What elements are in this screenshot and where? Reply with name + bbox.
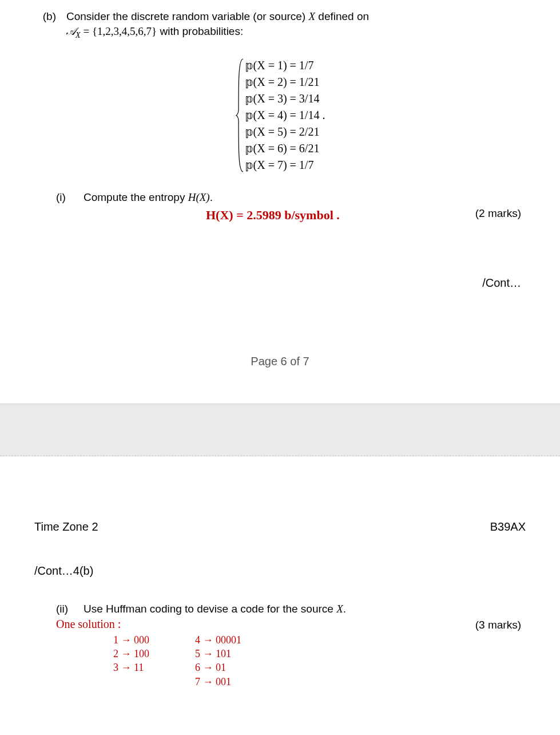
code-line: 5 → 101 [195, 647, 241, 661]
part-ii-marks: (3 marks) [475, 618, 526, 633]
question-label: (b) [34, 9, 56, 41]
prob-line: 𝕡(X = 7) = 1/7 [245, 157, 325, 173]
part-ii-text-1: Use Huffman coding to devise a code for … [84, 603, 336, 615]
page-7-content: (ii) Use Huffman coding to devise a code… [0, 579, 560, 689]
alphabet-eq: = [81, 25, 92, 37]
prob-line: 𝕡(X = 4) = 1/14 . [245, 108, 325, 123]
part-i-handwritten-answer: H(X) = 2.5989 b/symbol . [206, 207, 475, 224]
left-brace-icon [235, 58, 245, 173]
question-intro-1: Consider the discrete random variable (o… [66, 10, 308, 22]
cont-label: /Cont…4(b) [0, 535, 560, 579]
question-intro-2: defined on [315, 10, 369, 22]
part-i-text-2: . [210, 191, 213, 203]
part-i-label: (i) [56, 190, 73, 205]
cont-indicator: /Cont… [34, 275, 526, 291]
part-i: (i) Compute the entropy H(X). H(X) = 2.5… [34, 190, 526, 224]
prob-line: 𝕡(X = 1) = 1/7 [245, 58, 325, 73]
question-text: Consider the discrete random variable (o… [66, 9, 526, 41]
question-intro-3: with probabilities: [157, 25, 243, 37]
code-line: 3 → 11 [113, 661, 149, 674]
question-b: (b) Consider the discrete random variabl… [34, 9, 526, 41]
part-ii-text-2: . [343, 603, 346, 615]
alphabet-symbol: 𝒜 [66, 25, 76, 37]
part-ii-handwritten-solution: One solution : 1 → 000 2 → 100 3 → 11 4 … [56, 617, 475, 689]
part-ii: (ii) Use Huffman coding to devise a code… [34, 602, 526, 689]
part-i-marks: (2 marks) [475, 206, 526, 221]
code-line: 4 → 00001 [195, 633, 241, 647]
probability-list: 𝕡(X = 1) = 1/7 𝕡(X = 2) = 1/21 𝕡(X = 3) … [245, 58, 325, 173]
huffman-codes: 1 → 000 2 → 100 3 → 11 4 → 00001 5 → 101… [113, 633, 475, 689]
header-right: B39AX [490, 519, 526, 535]
header-left: Time Zone 2 [34, 519, 98, 535]
page-6-content: (b) Consider the discrete random variabl… [0, 0, 560, 369]
solution-label: One solution : [56, 618, 121, 630]
part-i-text: Compute the entropy H(X). [84, 190, 475, 205]
page-break [0, 404, 560, 456]
code-line: 7 → 001 [195, 675, 241, 689]
codes-col-left: 1 → 000 2 → 100 3 → 11 [113, 633, 149, 689]
codes-col-right: 4 → 00001 5 → 101 6 → 01 7 → 001 [195, 633, 241, 689]
prob-line: 𝕡(X = 2) = 1/21 [245, 74, 325, 90]
prob-line: 𝕡(X = 6) = 6/21 [245, 141, 325, 156]
alphabet-subscript: X [76, 30, 81, 39]
part-ii-var: X [336, 603, 343, 615]
probability-definition: 𝕡(X = 1) = 1/7 𝕡(X = 2) = 1/21 𝕡(X = 3) … [34, 58, 526, 173]
prob-line: 𝕡(X = 5) = 2/21 [245, 124, 325, 140]
question-var: X [308, 10, 315, 22]
page-footer: Page 6 of 7 [34, 354, 526, 369]
alphabet-set: {1,2,3,4,5,6,7} [92, 25, 157, 37]
prob-line: 𝕡(X = 3) = 3/14 [245, 91, 325, 106]
part-i-hx: H(X) [188, 191, 210, 203]
code-line: 6 → 01 [195, 661, 241, 674]
code-line: 2 → 100 [113, 647, 149, 661]
part-i-text-1: Compute the entropy [84, 191, 188, 203]
code-line: 1 → 000 [113, 633, 149, 647]
part-ii-label: (ii) [56, 602, 73, 617]
page-7-header: Time Zone 2 B39AX [0, 456, 560, 535]
part-ii-text: Use Huffman coding to devise a code for … [84, 602, 475, 617]
